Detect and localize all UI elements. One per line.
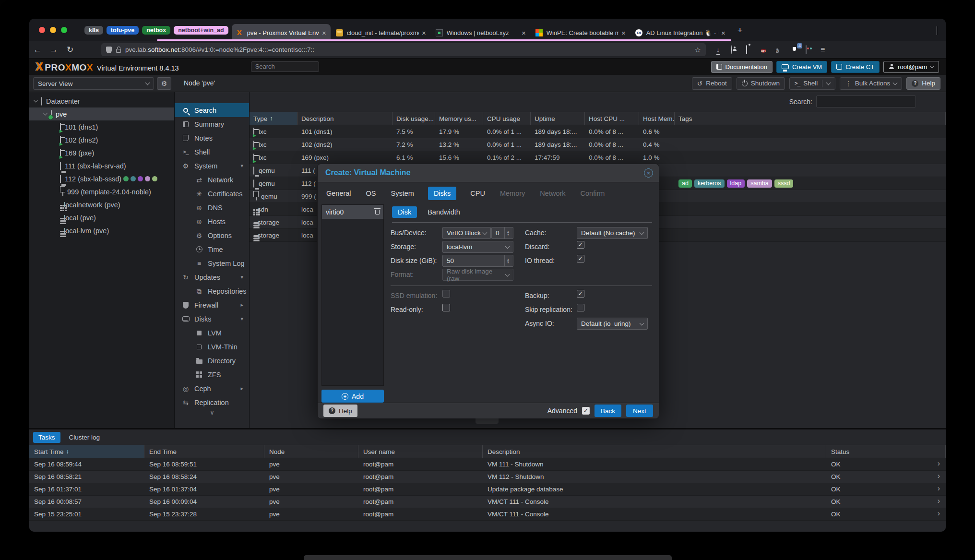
column-header-uptime[interactable]: Uptime (531, 112, 585, 125)
caret-down-icon[interactable]: ▾ (240, 274, 243, 280)
nav-item-certificates[interactable]: ✳Certificates (175, 187, 249, 201)
task-column-node[interactable]: Node (264, 445, 358, 458)
column-header-memory-us-[interactable]: Memory us... (435, 112, 483, 125)
bus-index-stepper[interactable]: 0▴▾ (491, 227, 513, 239)
close-window-button[interactable] (39, 27, 45, 33)
row-chevron-icon[interactable]: › (938, 484, 940, 493)
shell-button[interactable]: >_Shell (789, 77, 835, 90)
bookmark-star-icon[interactable]: ☆ (695, 46, 701, 54)
tree-item[interactable]: local (pve) (29, 211, 174, 224)
column-header-type[interactable]: Type↑ (250, 112, 297, 125)
close-tab-icon[interactable]: × (721, 29, 725, 37)
nav-item-notes[interactable]: Notes (175, 131, 249, 145)
async-io-select[interactable]: Default (io_uring) (577, 318, 648, 330)
nav-item-system[interactable]: ⚙System▾ (175, 159, 249, 173)
reload-icon[interactable]: ↻ (62, 45, 78, 55)
close-tab-icon[interactable]: × (422, 29, 426, 37)
extensions-puzzle-icon[interactable] (746, 46, 755, 54)
tab-cluster-log[interactable]: Cluster log (69, 434, 100, 441)
task-row[interactable]: Sep 16 08:59:44Sep 16 08:59:51pveroot@pa… (29, 458, 946, 471)
dialog-close-icon[interactable]: × (644, 168, 653, 178)
create-ct-button[interactable]: Create CT (831, 61, 880, 73)
cache-select[interactable]: Default (No cache) (577, 227, 648, 239)
tab-group-pill[interactable]: netboot+win_ad (174, 26, 228, 35)
nav-item-repositories[interactable]: ⧉Repositories (175, 284, 249, 298)
user-menu-button[interactable]: root@pam (883, 61, 939, 73)
maximize-window-button[interactable] (61, 27, 67, 33)
tab-tasks[interactable]: Tasks (33, 432, 60, 443)
nav-item-lvm[interactable]: LVM (175, 326, 249, 340)
trash-icon[interactable] (375, 210, 380, 214)
guest-row[interactable]: lxc101 (dns1)7.5 %17.9 %0.0% of 1 ...189… (250, 125, 946, 138)
column-header-tags[interactable]: Tags (675, 112, 946, 125)
row-chevron-icon[interactable]: › (938, 459, 940, 468)
advanced-checkbox[interactable] (582, 407, 590, 415)
column-header-description[interactable]: Description (297, 112, 392, 125)
forward-icon[interactable]: → (46, 45, 62, 55)
tree-item[interactable]: 112 (sbx-lab-sssd) (29, 172, 174, 185)
row-chevron-icon[interactable]: › (938, 509, 940, 518)
nav-item-disks[interactable]: Disks▾ (175, 312, 249, 326)
row-chevron-icon[interactable]: › (938, 497, 940, 505)
dialog-header[interactable]: Create: Virtual Machine × (318, 164, 659, 182)
tracking-shield-icon[interactable] (106, 47, 112, 53)
tampermonkey-extension-icon[interactable] (806, 46, 814, 54)
tree-item[interactable]: 169 (pxe) (29, 146, 174, 159)
tree-settings-gear-icon[interactable]: ⚙ (157, 77, 171, 90)
tab-group-pill[interactable]: netbox (142, 26, 170, 35)
disk-size-stepper[interactable]: 50▴▾ (442, 255, 513, 267)
tree-item[interactable]: local-lvm (pve) (29, 224, 174, 237)
skip-replication-checkbox[interactable] (577, 304, 584, 311)
close-tab-icon[interactable]: × (522, 29, 526, 37)
server-view-dropdown[interactable]: Server View (33, 77, 154, 90)
nav-item-updates[interactable]: ↻Updates▾ (175, 270, 249, 284)
nav-item-options[interactable]: ⚙Options (175, 228, 249, 242)
read-only-checkbox[interactable] (442, 304, 450, 311)
tab-group-pill[interactable]: k8s (84, 26, 103, 35)
dialog-help-button[interactable]: ?Help (323, 405, 357, 417)
expand-chevron-icon[interactable] (34, 98, 38, 103)
column-header-disk-usage-[interactable]: Disk usage... (392, 112, 435, 125)
vimium-extension-icon[interactable]: V (776, 46, 785, 54)
column-header-host-mem-[interactable]: Host Mem... (639, 112, 675, 125)
browser-tab[interactable]: pve - Proxmox Virtual Environm× (232, 24, 331, 41)
dialog-tab-general[interactable]: General (325, 187, 352, 200)
disk-list-item[interactable]: virtio0 (322, 205, 383, 219)
nav-item-zfs[interactable]: ZFS (175, 368, 249, 381)
account-icon[interactable] (731, 46, 740, 54)
global-search-input[interactable]: Search (251, 61, 319, 72)
tree-item[interactable]: 102 (dns2) (29, 133, 174, 146)
dialog-tab-os[interactable]: OS (365, 187, 377, 200)
tree-item[interactable]: localnetwork (pve) (29, 198, 174, 211)
task-row[interactable]: Sep 16 00:08:57Sep 16 00:09:04pveroot@pa… (29, 496, 946, 508)
task-column-status[interactable]: Status (826, 445, 946, 458)
nav-item-summary[interactable]: Summary (175, 117, 249, 131)
tree-item[interactable]: 999 (template-24.04-noble) (29, 185, 174, 198)
tab-group-pill[interactable]: tofu-pve (107, 26, 139, 35)
guest-row[interactable]: lxc102 (dns2)7.2 %13.2 %0.0% of 1 ...189… (250, 138, 946, 151)
tree-item[interactable]: 111 (sbx-lab-srv-ad) (29, 159, 174, 172)
close-tab-icon[interactable]: × (621, 29, 626, 37)
caret-down-icon[interactable]: ▾ (240, 316, 243, 322)
browser-tab[interactable]: WinPE: Create bootable media |× (531, 24, 630, 41)
backup-checkbox[interactable] (577, 290, 584, 298)
nav-item-dns[interactable]: ⊕DNS (175, 201, 249, 214)
download-icon[interactable]: ↓ (716, 46, 725, 54)
nav-item-directory[interactable]: Directory (175, 354, 249, 368)
help-button[interactable]: ?Help (906, 77, 940, 90)
nav-item-firewall[interactable]: Firewall▸ (175, 298, 249, 312)
table-search-input[interactable] (816, 95, 916, 107)
new-tab-button[interactable]: + (737, 25, 743, 36)
io-thread-checkbox[interactable] (577, 255, 584, 262)
back-icon[interactable]: ← (29, 45, 46, 55)
caret-right-icon[interactable]: ▸ (240, 302, 243, 308)
nav-item-shell[interactable]: >_Shell (175, 145, 249, 159)
ublock-extension-icon[interactable]: uO (761, 46, 770, 54)
minimize-window-button[interactable] (50, 27, 56, 33)
tab-disk[interactable]: Disk (392, 206, 417, 218)
storage-select[interactable]: local-lvm (442, 241, 513, 253)
nav-item-search[interactable]: Search (175, 103, 249, 117)
tab-bandwidth[interactable]: Bandwidth (428, 208, 460, 216)
dialog-tab-disks[interactable]: Disks (428, 187, 456, 200)
task-row[interactable]: Sep 16 01:37:01Sep 16 01:37:04pveroot@pa… (29, 483, 946, 496)
